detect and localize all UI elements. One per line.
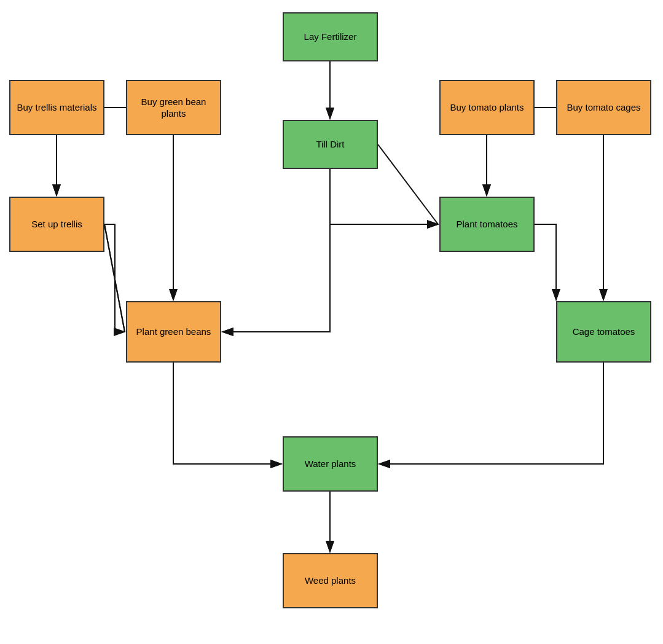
node-buy-trellis[interactable]: Buy trellis materials	[9, 80, 104, 135]
svg-line-16	[104, 224, 125, 332]
node-plant-tomatoes[interactable]: Plant tomatoes	[439, 197, 535, 252]
svg-line-3	[378, 144, 438, 224]
node-water-plants[interactable]: Water plants	[283, 436, 378, 492]
node-buy-green-bean[interactable]: Buy green bean plants	[126, 80, 221, 135]
svg-line-4	[104, 224, 125, 332]
node-plant-green-beans[interactable]: Plant green beans	[126, 301, 221, 363]
node-buy-tomato-plants[interactable]: Buy tomato plants	[439, 80, 535, 135]
node-lay-fertilizer[interactable]: Lay Fertilizer	[283, 12, 378, 61]
node-till-dirt[interactable]: Till Dirt	[283, 120, 378, 169]
node-cage-tomatoes[interactable]: Cage tomatoes	[556, 301, 651, 363]
node-buy-tomato-cages[interactable]: Buy tomato cages	[556, 80, 651, 135]
node-weed-plants[interactable]: Weed plants	[283, 553, 378, 608]
node-set-up-trellis[interactable]: Set up trellis	[9, 197, 104, 252]
flowchart: Lay Fertilizer Buy trellis materials Buy…	[0, 0, 663, 644]
